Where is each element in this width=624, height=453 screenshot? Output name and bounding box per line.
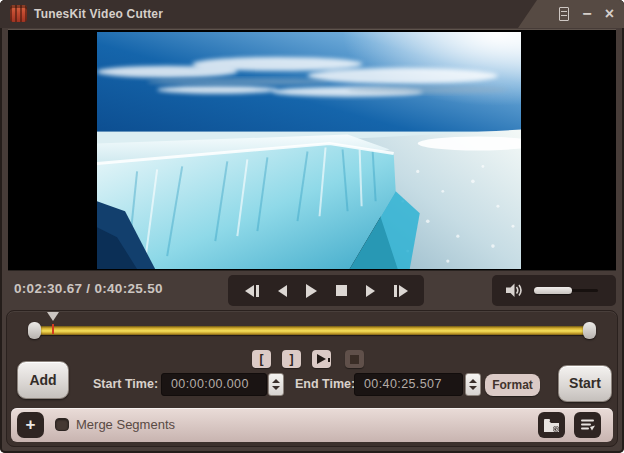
rewind-button[interactable] (278, 280, 287, 302)
open-output-folder-button[interactable] (538, 412, 565, 438)
add-button[interactable]: Add (17, 361, 69, 399)
app-window: TunesKit Video Cutter − × (0, 0, 624, 453)
close-bracket-icon: ] (290, 352, 294, 366)
end-time-field[interactable]: 00:40:25.507 (354, 373, 463, 396)
volume-control (492, 275, 616, 306)
start-time-field[interactable]: 00:00:00.000 (161, 373, 267, 396)
timeline-span (33, 311, 591, 345)
app-logo-icon (10, 5, 27, 22)
output-folder-icon (543, 418, 560, 433)
edit-panel: [ ] Add Start Time: 00:00:00.000 End Tim… (6, 310, 618, 447)
set-start-button[interactable]: [ (252, 350, 271, 368)
chevron-up-icon (272, 379, 280, 383)
volume-slider-fill[interactable] (534, 287, 572, 294)
step-forward-frame-button[interactable] (394, 280, 408, 302)
add-segment-button[interactable]: + (17, 412, 44, 438)
segment-list-button[interactable] (574, 412, 601, 438)
forward-button[interactable] (366, 280, 375, 302)
titlebar[interactable]: TunesKit Video Cutter − × (0, 0, 624, 28)
start-button[interactable]: Start (558, 365, 612, 402)
playhead-triangle-icon (47, 312, 59, 321)
end-time-label: End Time: (295, 377, 355, 391)
end-time-stepper[interactable] (465, 373, 481, 396)
close-button[interactable]: × (605, 0, 614, 28)
volume-slider[interactable] (534, 289, 598, 292)
start-time-label: Start Time: (93, 377, 158, 391)
segments-bar: + Merge Segments (11, 408, 613, 442)
time-display: 0:02:30.67 / 0:40:25.50 (14, 281, 163, 296)
preview-play-icon (317, 354, 326, 364)
window-controls: − × (559, 0, 614, 28)
transport-controls (228, 275, 424, 306)
set-end-button[interactable]: ] (282, 350, 301, 368)
stop-preview-button[interactable] (345, 350, 364, 368)
format-button[interactable]: Format (485, 374, 540, 396)
open-bracket-icon: [ (260, 352, 264, 366)
chevron-down-icon (272, 386, 280, 390)
menu-icon[interactable] (559, 7, 569, 21)
chevron-down-icon (469, 386, 477, 390)
merge-segments-checkbox[interactable] (55, 418, 69, 431)
minimize-button[interactable]: − (582, 0, 591, 28)
playhead-marker[interactable] (46, 312, 60, 334)
video-player[interactable] (8, 29, 616, 270)
segment-list-icon (580, 418, 596, 432)
stop-preview-icon (350, 355, 359, 364)
chevron-up-icon (469, 379, 477, 383)
merge-segments-label: Merge Segments (76, 417, 175, 432)
speaker-icon (506, 283, 524, 298)
window-title: TunesKit Video Cutter (34, 7, 163, 21)
step-back-frame-button[interactable] (245, 280, 259, 302)
stop-button[interactable] (336, 280, 347, 302)
start-time-stepper[interactable] (268, 373, 284, 396)
preview-segment-button[interactable] (312, 350, 331, 368)
play-button[interactable] (306, 280, 317, 302)
video-frame (97, 32, 521, 269)
playhead-tick (52, 324, 54, 334)
